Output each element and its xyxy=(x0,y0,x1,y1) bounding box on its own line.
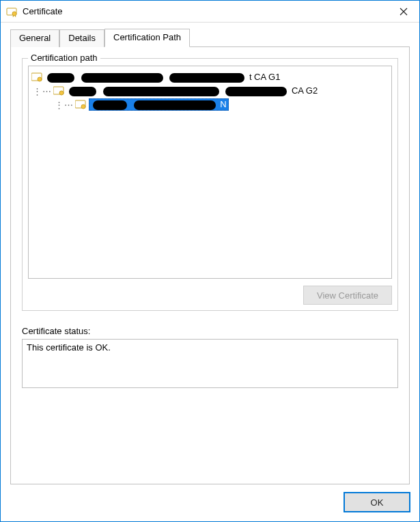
tab-panel-certification-path: Certification path t CA G1 ⋮ ⋯ xyxy=(10,46,410,484)
redacted-text xyxy=(225,87,287,96)
cert-name-fragment: N xyxy=(220,99,226,109)
redacted-text xyxy=(69,87,96,96)
svg-point-5 xyxy=(59,91,64,95)
tree-node-intermediate[interactable]: ⋮ ⋯ CA G2 xyxy=(31,84,389,98)
tree-node-root[interactable]: t CA G1 xyxy=(31,70,389,84)
svg-point-3 xyxy=(38,77,42,81)
certification-path-group: Certification path t CA G1 ⋮ ⋯ xyxy=(22,58,398,311)
cert-name-fragment: CA G2 xyxy=(292,85,318,96)
redacted-text xyxy=(103,87,219,96)
tree-connector: ⋯ xyxy=(64,100,75,110)
tree-connector xyxy=(42,100,53,110)
svg-point-7 xyxy=(81,105,85,109)
redacted-text xyxy=(81,73,163,83)
certificate-icon xyxy=(6,6,17,17)
titlebar: Certificate xyxy=(1,1,419,23)
tree-connector: ⋮ xyxy=(53,100,64,110)
tree-connector: ⋯ xyxy=(42,86,53,96)
tab-details[interactable]: Details xyxy=(59,29,104,47)
window-title: Certificate xyxy=(23,6,388,16)
certificate-status-label: Certificate status: xyxy=(22,326,398,336)
certificate-icon xyxy=(75,100,86,109)
redacted-text xyxy=(93,100,127,110)
tree-node-label: N xyxy=(89,98,229,111)
view-cert-row: View Certificate xyxy=(28,286,392,305)
cert-chain-tree[interactable]: t CA G1 ⋮ ⋯ CA G2 xyxy=(28,66,392,279)
group-legend: Certification path xyxy=(28,53,100,63)
certificate-dialog: Certificate General Details Certificatio… xyxy=(0,0,420,522)
redacted-text xyxy=(47,73,74,83)
ok-button[interactable]: OK xyxy=(344,493,410,512)
certificate-status-text: This certificate is OK. xyxy=(27,342,111,353)
tab-certification-path[interactable]: Certification Path xyxy=(104,29,190,47)
tree-node-label: t CA G1 xyxy=(45,72,280,83)
tree-connector: ⋮ xyxy=(31,86,42,96)
certificate-status-box: This certificate is OK. xyxy=(22,339,398,388)
certificate-icon xyxy=(31,72,42,82)
tree-node-label: CA G2 xyxy=(67,85,318,96)
close-button[interactable] xyxy=(388,1,419,23)
svg-point-1 xyxy=(12,12,16,16)
tree-connector xyxy=(31,100,42,110)
certificate-icon xyxy=(53,86,64,96)
tab-strip: General Details Certification Path xyxy=(1,23,419,46)
cert-name-fragment: t CA G1 xyxy=(249,72,281,82)
dialog-buttons: OK xyxy=(1,493,419,521)
tab-general[interactable]: General xyxy=(10,29,59,47)
tree-node-leaf[interactable]: ⋮ ⋯ N xyxy=(31,98,389,111)
redacted-text xyxy=(169,73,244,83)
view-certificate-button: View Certificate xyxy=(303,286,392,305)
redacted-text xyxy=(134,100,216,110)
